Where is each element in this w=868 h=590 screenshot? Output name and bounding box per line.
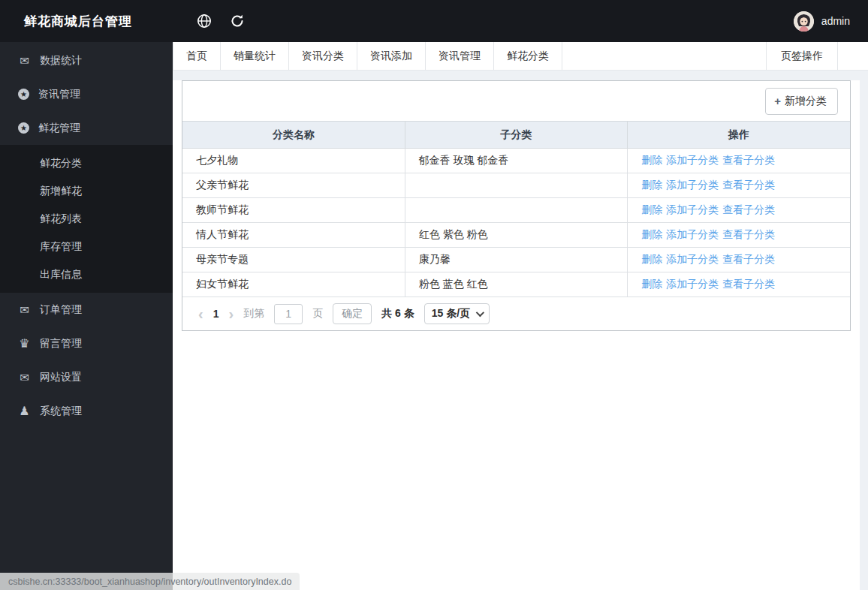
sidebar-subitem[interactable]: 鲜花列表 bbox=[0, 205, 173, 233]
brand-title: 鲜花商城后台管理 bbox=[0, 13, 173, 30]
refresh-icon[interactable] bbox=[230, 14, 245, 29]
action-link[interactable]: 删除 bbox=[641, 278, 662, 290]
sidebar-item[interactable]: ✉网站设置 bbox=[0, 360, 173, 394]
action-link[interactable]: 删除 bbox=[641, 228, 662, 240]
jump-suffix-label: 页 bbox=[312, 307, 323, 321]
action-link[interactable]: 添加子分类 bbox=[666, 154, 719, 166]
sidebar-item[interactable]: ✉订单管理 bbox=[0, 293, 173, 327]
table-row: 父亲节鲜花删除添加子分类查看子分类 bbox=[182, 173, 850, 198]
add-category-button[interactable]: + 新增分类 bbox=[765, 88, 838, 115]
category-panel: + 新增分类 分类名称子分类操作 七夕礼物郁金香 玫瑰 郁金香删除添加子分类查看… bbox=[182, 80, 851, 331]
mail-icon: ✉ bbox=[18, 54, 31, 67]
star-icon: ★ bbox=[18, 122, 29, 134]
sidebar-item-label: 留言管理 bbox=[40, 337, 82, 351]
next-page-icon[interactable]: › bbox=[228, 306, 234, 321]
action-link[interactable]: 删除 bbox=[641, 179, 662, 191]
actions-cell: 删除添加子分类查看子分类 bbox=[628, 173, 850, 198]
current-page-label[interactable]: 1 bbox=[213, 308, 219, 320]
sidebar-subitem[interactable]: 库存管理 bbox=[0, 233, 173, 260]
category-name-cell: 情人节鲜花 bbox=[182, 223, 405, 248]
table-row: 情人节鲜花红色 紫色 粉色删除添加子分类查看子分类 bbox=[182, 223, 850, 248]
page-size-value: 15 条/页 bbox=[432, 307, 470, 321]
chevron-down-icon bbox=[476, 309, 484, 317]
action-link[interactable]: 删除 bbox=[641, 253, 662, 265]
action-link[interactable]: 添加子分类 bbox=[666, 203, 719, 215]
status-url-tooltip: csbishe.cn:33333/boot_xianhuashop/invent… bbox=[0, 573, 300, 590]
sidebar-submenu: 鲜花分类新增鲜花鲜花列表库存管理出库信息 bbox=[0, 145, 173, 293]
action-link[interactable]: 查看子分类 bbox=[722, 154, 775, 166]
actions-cell: 删除添加子分类查看子分类 bbox=[628, 149, 850, 173]
subcategory-cell bbox=[405, 173, 627, 198]
action-link[interactable]: 查看子分类 bbox=[722, 179, 775, 191]
category-name-cell: 父亲节鲜花 bbox=[182, 173, 405, 198]
sidebar-subitem[interactable]: 新增鲜花 bbox=[0, 177, 173, 205]
actions-cell: 删除添加子分类查看子分类 bbox=[628, 248, 850, 272]
mail-icon: ✉ bbox=[18, 371, 31, 384]
category-name-cell: 妇女节鲜花 bbox=[182, 272, 405, 297]
crown-icon: ♛ bbox=[18, 337, 31, 350]
action-link[interactable]: 添加子分类 bbox=[666, 253, 719, 265]
tab-item[interactable]: 鲜花分类 bbox=[494, 42, 562, 70]
content-scroll-strip[interactable] bbox=[860, 71, 868, 590]
action-link[interactable]: 添加子分类 bbox=[666, 278, 719, 290]
table-column-header: 子分类 bbox=[405, 122, 627, 149]
actions-cell: 删除添加子分类查看子分类 bbox=[628, 223, 850, 248]
user-avatar bbox=[794, 11, 814, 32]
panel-toolbar: + 新增分类 bbox=[182, 81, 850, 121]
sidebar-item[interactable]: ♟系统管理 bbox=[0, 394, 173, 428]
action-link[interactable]: 查看子分类 bbox=[722, 253, 775, 265]
tab-item[interactable]: 资讯管理 bbox=[426, 42, 494, 70]
user-area[interactable]: admin bbox=[794, 11, 868, 32]
sidebar-item[interactable]: ★鲜花管理 bbox=[0, 111, 173, 145]
page-content: + 新增分类 分类名称子分类操作 七夕礼物郁金香 玫瑰 郁金香删除添加子分类查看… bbox=[173, 71, 868, 590]
tab-actions-button[interactable]: 页签操作 bbox=[766, 42, 838, 70]
page-jump-input[interactable] bbox=[274, 304, 303, 324]
subcategory-cell: 康乃馨 bbox=[405, 248, 627, 272]
tab-item[interactable]: 首页 bbox=[173, 42, 221, 70]
pawn-icon: ♟ bbox=[18, 405, 31, 417]
sidebar-item-label: 订单管理 bbox=[40, 303, 82, 317]
confirm-page-button[interactable]: 确定 bbox=[333, 303, 372, 324]
sidebar-item[interactable]: ✉数据统计 bbox=[0, 44, 173, 77]
sidebar-item[interactable]: ♛留言管理 bbox=[0, 327, 173, 360]
prev-page-icon[interactable]: ‹ bbox=[198, 306, 203, 321]
app-window: 鲜花商城后台管理 bbox=[0, 0, 868, 590]
table-row: 妇女节鲜花粉色 蓝色 红色删除添加子分类查看子分类 bbox=[182, 272, 850, 297]
table-row: 教师节鲜花删除添加子分类查看子分类 bbox=[182, 198, 850, 223]
category-name-cell: 七夕礼物 bbox=[182, 149, 405, 173]
action-link[interactable]: 查看子分类 bbox=[722, 228, 775, 240]
sidebar-nav: ✉数据统计★资讯管理★鲜花管理鲜花分类新增鲜花鲜花列表库存管理出库信息✉订单管理… bbox=[0, 42, 173, 590]
action-link[interactable]: 删除 bbox=[641, 154, 662, 166]
subcategory-cell: 粉色 蓝色 红色 bbox=[405, 272, 627, 297]
table-column-header: 分类名称 bbox=[182, 122, 405, 149]
table-column-header: 操作 bbox=[628, 122, 850, 149]
tab-item[interactable]: 销量统计 bbox=[221, 42, 289, 70]
star-icon: ★ bbox=[18, 89, 29, 100]
category-table: 分类名称子分类操作 七夕礼物郁金香 玫瑰 郁金香删除添加子分类查看子分类父亲节鲜… bbox=[182, 121, 850, 297]
subcategory-cell bbox=[405, 198, 627, 223]
sidebar-subitem[interactable]: 鲜花分类 bbox=[0, 149, 173, 177]
action-link[interactable]: 添加子分类 bbox=[666, 228, 719, 240]
actions-cell: 删除添加子分类查看子分类 bbox=[628, 198, 850, 223]
sidebar-item-label: 资讯管理 bbox=[38, 88, 80, 101]
username-label: admin bbox=[821, 15, 850, 27]
action-link[interactable]: 删除 bbox=[641, 203, 662, 215]
sidebar-subitem[interactable]: 出库信息 bbox=[0, 260, 173, 288]
category-name-cell: 教师节鲜花 bbox=[182, 198, 405, 223]
category-name-cell: 母亲节专题 bbox=[182, 248, 405, 272]
add-category-label: 新增分类 bbox=[785, 95, 827, 108]
action-link[interactable]: 添加子分类 bbox=[666, 179, 719, 191]
subcategory-cell: 红色 紫色 粉色 bbox=[405, 223, 627, 248]
tab-item[interactable]: 资讯分类 bbox=[289, 42, 357, 70]
sidebar-item-label: 系统管理 bbox=[40, 405, 82, 418]
action-link[interactable]: 查看子分类 bbox=[722, 203, 775, 215]
sidebar-item[interactable]: ★资讯管理 bbox=[0, 77, 173, 111]
subcategory-cell: 郁金香 玫瑰 郁金香 bbox=[405, 149, 627, 173]
action-link[interactable]: 查看子分类 bbox=[722, 278, 775, 290]
table-row: 母亲节专题康乃馨删除添加子分类查看子分类 bbox=[182, 248, 850, 272]
sidebar-item-label: 数据统计 bbox=[40, 54, 82, 68]
plus-icon: + bbox=[774, 95, 781, 107]
tab-item[interactable]: 资讯添加 bbox=[357, 42, 426, 70]
page-size-select[interactable]: 15 条/页 bbox=[424, 303, 490, 324]
globe-icon[interactable] bbox=[197, 14, 212, 29]
